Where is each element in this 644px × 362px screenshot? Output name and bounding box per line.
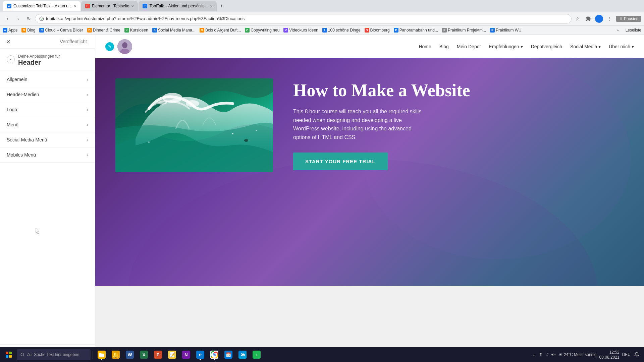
menu-item-social-media-menue[interactable]: Social-Media-Menü › [0,132,95,147]
nav-item-blog[interactable]: Blog [439,44,449,49]
taskbar-app-calendar[interactable]: 📅 [222,348,235,361]
taskbar-app-excel[interactable]: X [137,348,151,361]
customizer-title: Header [18,59,88,66]
notification-center-icon[interactable] [633,351,640,358]
dinner-icon: D [87,28,92,33]
nav-item-mein-depot[interactable]: Mein Depot [457,44,481,49]
hero-content: How to Make a Website This 8 hour course… [95,58,644,186]
reading-list[interactable]: Leseliste [626,28,641,33]
100-icon: 1 [322,28,327,33]
taskbar-app-word[interactable]: W [123,348,137,361]
bookmark-kursideen[interactable]: K Kursideen [124,28,148,33]
bookmark-praktikum[interactable]: P Praktikum Projektm... [442,28,486,33]
network-icon[interactable] [544,352,550,357]
taskbar-app-store[interactable]: 🛍 [236,348,249,361]
tab-title-customizer: Customizer: TobiTalk – Aktun u... [13,4,72,8]
bookmark-cloud-label: Cloud – Canva Bilder [45,28,83,33]
taskbar-clock[interactable]: 12:52 03.08.2021 [599,350,620,360]
profile-icon[interactable] [594,14,604,23]
bookmark-videokurs-label: Videokurs Ideen [289,28,318,33]
excel-icon: X [140,351,148,359]
taskbar-app-sticky[interactable]: 📝 [165,348,179,361]
nav-right-icons: ☆ ⋮ ⏸ Pausiert [573,14,641,23]
menu-item-allgemein[interactable]: Allgemein › [0,72,95,87]
bookmark-bois[interactable]: B Bois d'Argent Duft... [200,28,241,33]
menu-item-header-medien[interactable]: Header-Medien › [0,87,95,102]
cloud-icon: C [39,28,44,33]
menu-item-menue[interactable]: Menü › [0,117,95,132]
tab-close-customizer[interactable]: ✕ [74,4,76,8]
nav-item-depotvergleich-label: Depotvergleich [531,44,562,49]
tab-title-elementor: Elementor | Testseite [92,4,129,8]
publish-button[interactable]: Veröffentlicht [56,38,91,46]
customizer-back-button[interactable]: ‹ [7,55,15,63]
bookmark-copywriting[interactable]: C Copywriting neu [245,28,279,33]
weather-icon: ☀ [559,352,562,357]
customizer-top-bar: ✕ Veröffentlicht [0,35,95,49]
language-indicator[interactable]: DEU [622,352,631,357]
tab-tobitalk[interactable]: T TobiTalk – Aktien und persönlic... ✕ [139,1,216,11]
tab-favicon-elementor: E [85,4,90,8]
site-nav-left: ✎ [105,39,132,54]
taskbar-app-file-explorer[interactable] [95,348,108,361]
system-tray: ⌂ ⬆ [532,352,556,357]
powerpoint-icon: P [154,351,162,359]
bookmark-bloomberg[interactable]: B Bloomberg [365,28,390,33]
customizer-close-button[interactable]: ✕ [4,38,12,46]
bookmark-wu[interactable]: P Praktikum WU [490,28,522,33]
settings-icon[interactable]: ⋮ [605,14,614,23]
nav-item-ueber-mich[interactable]: Über mich ▾ [609,44,634,49]
nav-item-home-label: Home [419,44,431,49]
social-media-dropdown-icon: ▾ [598,44,601,49]
nav-item-empfehlungen[interactable]: Empfehlungen ▾ [489,44,523,49]
taskbar-app-spotify[interactable]: ♪ [250,348,263,361]
customizer-subtitle: Deine Anpassungen für [18,54,88,59]
volume-icon[interactable] [551,352,556,357]
bookmark-cloud[interactable]: C Cloud – Canva Bilder [39,28,83,33]
tray-icon-2[interactable]: ⬆ [538,352,543,357]
tray-icon-1[interactable]: ⌂ [532,352,537,357]
pause-button[interactable]: ⏸ Pausiert [616,16,641,22]
tab-close-tobitalk[interactable]: ✕ [210,4,213,8]
nav-item-home[interactable]: Home [419,44,431,49]
menu-item-mobiles-menue[interactable]: Mobiles Menü › [0,147,95,163]
bookmarks-more[interactable]: » [616,28,619,33]
taskbar-app-powerpoint[interactable]: P [151,348,165,361]
menu-item-logo[interactable]: Logo › [0,102,95,117]
taskbar-app-notification[interactable]: 🔔 [109,348,122,361]
bookmark-videokurs[interactable]: V Videokurs Ideen [283,28,318,33]
weather-widget[interactable]: ☀ 24°C Meist sonnig [559,352,597,357]
bookmark-dinner[interactable]: D Dinner & Crime [87,28,120,33]
taskbar-app-onenote[interactable]: N [179,348,193,361]
address-bar[interactable]: tobitalk.at/wp-admin/customize.php?retur… [35,14,572,23]
tab-elementor[interactable]: E Elementor | Testseite ✕ [81,1,138,11]
taskbar-app-edge[interactable]: e [194,348,207,361]
bookmark-panorama[interactable]: P Panoramabahn und... [394,28,438,33]
taskbar-search-bar[interactable]: Zur Suche Text hier eingeben [17,349,91,360]
bookmark-100[interactable]: 1 100 schöne Dinge [322,28,361,33]
customizer-menu: Allgemein › Header-Medien › Logo › Menü … [0,72,95,344]
bookmark-blog[interactable]: B Blog [21,28,35,33]
reload-button[interactable]: ↻ [24,14,34,23]
back-button[interactable]: ‹ [3,14,12,23]
tab-bar: W Customizer: TobiTalk – Aktun u... ✕ E … [0,0,644,12]
cta-button[interactable]: START YOUR FREE TRIAL [293,153,388,170]
edit-icon[interactable]: ✎ [105,42,114,51]
bookmark-apps[interactable]: A Apps [3,28,17,33]
new-tab-button[interactable]: + [217,2,226,10]
bookmark-star-icon[interactable]: ☆ [573,14,582,23]
start-button[interactable] [1,348,16,361]
taskbar-app-chrome[interactable] [208,348,221,361]
reading-list-label: Leseliste [626,28,641,33]
nav-item-social-media[interactable]: Social Media ▾ [570,44,601,49]
blog-icon: B [21,28,26,33]
tab-close-elementor[interactable]: ✕ [131,4,134,8]
menu-item-menue-label: Menü [7,122,18,127]
nav-item-depotvergleich[interactable]: Depotvergleich [531,44,562,49]
extensions-icon[interactable] [584,14,593,23]
bookmark-social[interactable]: S Social Media Mana... [152,28,196,33]
forward-button[interactable]: › [13,14,23,23]
menu-item-allgemein-label: Allgemein [7,77,27,82]
app-active-indicator [101,359,102,360]
tab-customizer[interactable]: W Customizer: TobiTalk – Aktun u... ✕ [3,1,80,11]
